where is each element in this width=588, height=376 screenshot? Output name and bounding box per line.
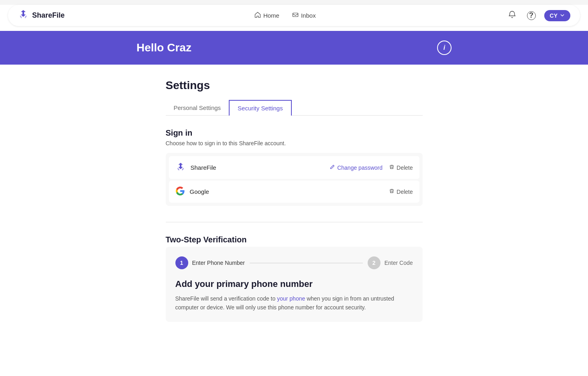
svg-rect-0	[293, 13, 298, 17]
avatar-initials: CY	[550, 12, 557, 19]
two-step-card-description: ShareFile will send a verification code …	[175, 294, 413, 312]
step-1-circle: 1	[175, 256, 188, 269]
notification-button[interactable]	[506, 9, 519, 22]
signin-row-sharefile: ShareFile Change password	[169, 156, 419, 179]
content-area: Settings Personal Settings Security Sett…	[0, 65, 588, 346]
brand-name: ShareFile	[32, 11, 65, 20]
step-2-label: Enter Code	[385, 260, 413, 266]
step-connector	[250, 263, 363, 263]
section-divider	[166, 222, 423, 222]
help-button[interactable]: ?	[525, 9, 538, 22]
nav-inbox-label: Inbox	[301, 12, 316, 19]
two-step-card-title: Add your primary phone number	[175, 279, 413, 289]
nav-home[interactable]: Home	[254, 12, 279, 19]
google-provider-name: Google	[190, 188, 209, 195]
two-step-box: 1 Enter Phone Number 2 Enter Code Add	[166, 247, 423, 322]
signin-providers-box: ShareFile Change password	[166, 153, 423, 206]
steps-header: 1 Enter Phone Number 2 Enter Code	[175, 256, 413, 269]
nav-home-label: Home	[263, 12, 279, 19]
navbar: ShareFile Home Inbox	[8, 5, 580, 26]
sign-in-section: Sign in Choose how to sign in to this Sh…	[166, 128, 423, 206]
sign-in-title: Sign in	[166, 128, 423, 138]
trash-icon-google	[389, 188, 395, 195]
brand-logo[interactable]: ShareFile	[18, 9, 65, 22]
sharefile-logo-icon	[175, 162, 186, 173]
nav-inbox[interactable]: Inbox	[292, 12, 316, 19]
help-icon: ?	[527, 11, 536, 20]
tab-security-settings[interactable]: Security Settings	[229, 100, 292, 116]
sign-in-description: Choose how to sign in to this ShareFile …	[166, 140, 423, 146]
step-2-circle: 2	[368, 256, 380, 269]
edit-icon	[330, 164, 335, 171]
navbar-actions: ? CY	[506, 9, 570, 22]
google-actions: Delete	[389, 188, 413, 195]
two-step-section: Two-Step Verification 1 Enter Phone Numb…	[166, 235, 423, 322]
sharefile-provider-name: ShareFile	[191, 164, 216, 171]
two-step-title: Two-Step Verification	[166, 235, 423, 244]
step-2-item: 2 Enter Code	[368, 256, 413, 269]
signin-row-google: Google Delete	[169, 181, 419, 203]
chevron-down-icon	[560, 12, 565, 19]
home-icon	[254, 12, 261, 19]
google-delete-button[interactable]: Delete	[389, 188, 413, 195]
logo-icon	[18, 9, 29, 22]
info-icon: i	[444, 44, 445, 51]
sharefile-delete-button[interactable]: Delete	[389, 164, 413, 171]
sharefile-actions: Change password Delete	[330, 164, 413, 171]
inbox-icon	[292, 12, 299, 19]
sharefile-provider: ShareFile	[175, 162, 216, 173]
settings-tabs: Personal Settings Security Settings	[166, 100, 423, 116]
google-provider: Google	[175, 186, 209, 197]
bell-icon	[508, 10, 516, 20]
nav-links: Home Inbox	[254, 12, 316, 19]
step-1-item: 1 Enter Phone Number	[175, 256, 245, 269]
step-1-label: Enter Phone Number	[192, 260, 245, 266]
google-icon	[175, 186, 185, 197]
two-step-desc-text: ShareFile will send a verification code …	[175, 295, 395, 311]
header-banner: Hello Craz i	[0, 31, 588, 65]
info-button[interactable]: i	[437, 41, 452, 55]
trash-icon	[389, 164, 395, 171]
tab-personal-settings[interactable]: Personal Settings	[166, 100, 229, 115]
greeting-text: Hello Craz	[136, 41, 191, 54]
user-avatar-button[interactable]: CY	[544, 10, 570, 21]
page-title: Settings	[166, 79, 423, 92]
change-password-button[interactable]: Change password	[330, 164, 383, 171]
